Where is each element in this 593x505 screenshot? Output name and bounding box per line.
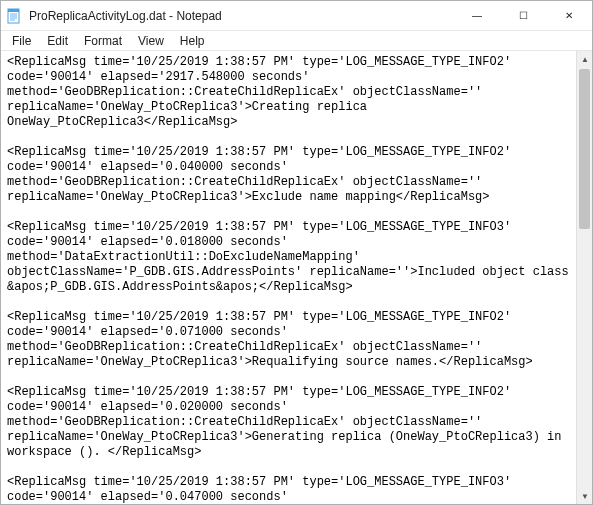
minimize-button[interactable]: — — [454, 1, 500, 30]
notepad-window: ProReplicaActivityLog.dat - Notepad — ☐ … — [0, 0, 593, 505]
notepad-icon — [1, 8, 27, 24]
close-button[interactable]: ✕ — [546, 1, 592, 30]
menu-view[interactable]: View — [131, 33, 171, 49]
scroll-down-icon[interactable]: ▼ — [577, 488, 592, 504]
editor-area: <ReplicaMsg time='10/25/2019 1:38:57 PM'… — [1, 51, 592, 504]
window-controls: — ☐ ✕ — [454, 1, 592, 30]
scroll-thumb[interactable] — [579, 69, 590, 229]
maximize-button[interactable]: ☐ — [500, 1, 546, 30]
text-content[interactable]: <ReplicaMsg time='10/25/2019 1:38:57 PM'… — [1, 51, 576, 504]
menu-edit[interactable]: Edit — [40, 33, 75, 49]
window-title: ProReplicaActivityLog.dat - Notepad — [27, 9, 454, 23]
vertical-scrollbar[interactable]: ▲ ▼ — [576, 51, 592, 504]
scroll-up-icon[interactable]: ▲ — [577, 51, 592, 67]
menu-format[interactable]: Format — [77, 33, 129, 49]
menu-file[interactable]: File — [5, 33, 38, 49]
menubar: File Edit Format View Help — [1, 31, 592, 51]
titlebar[interactable]: ProReplicaActivityLog.dat - Notepad — ☐ … — [1, 1, 592, 31]
menu-help[interactable]: Help — [173, 33, 212, 49]
svg-rect-1 — [8, 9, 19, 12]
